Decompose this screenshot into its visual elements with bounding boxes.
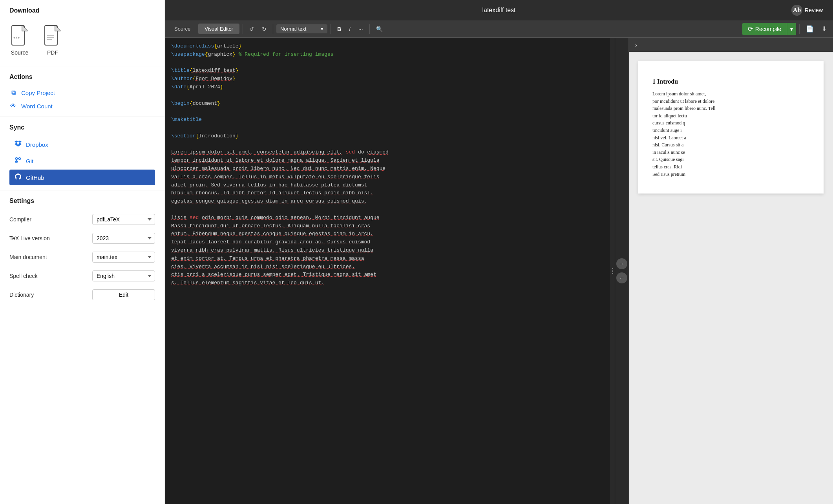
spell-check-select[interactable]: English French German Spanish: [92, 270, 155, 281]
actions-title: Actions: [9, 73, 155, 80]
github-sync[interactable]: GitHub: [9, 170, 155, 185]
github-label: GitHub: [26, 174, 44, 181]
bold-icon: B: [337, 26, 341, 32]
main-doc-select[interactable]: main.tex: [92, 252, 155, 263]
git-label: Git: [26, 158, 33, 164]
pdf-content[interactable]: 1 Introdu Lorem ipsum dolor sit amet, po…: [629, 52, 833, 504]
pdf-label: PDF: [47, 49, 58, 56]
more-button[interactable]: ···: [355, 24, 366, 34]
sep1: [243, 24, 243, 34]
search-button[interactable]: 🔍: [373, 24, 386, 34]
compiler-select[interactable]: pdfLaTeX LaTeX XeLaTeX LuaLaTeX: [92, 214, 155, 225]
compiler-row: Compiler pdfLaTeX LaTeX XeLaTeX LuaLaTeX: [9, 210, 155, 229]
pdf-toolbar: ›: [629, 38, 833, 52]
svg-point-6: [16, 158, 18, 160]
sep3: [331, 24, 331, 34]
visual-editor-tab[interactable]: Visual Editor: [198, 24, 239, 34]
settings-section: Settings Compiler pdfLaTeX LaTeX XeLaTeX…: [0, 190, 164, 308]
texlive-label: TeX Live version: [9, 235, 50, 241]
style-label: Normal text: [280, 26, 306, 32]
source-tab-label: Source: [174, 26, 190, 32]
undo-icon: ↺: [249, 26, 254, 32]
download-items: </> Source PDF: [9, 20, 155, 62]
dropbox-sync[interactable]: Dropbox: [9, 137, 155, 152]
git-sync[interactable]: Git: [9, 153, 155, 169]
redo-button[interactable]: ↻: [259, 24, 270, 34]
panel-collapse[interactable]: [610, 38, 615, 504]
recompile-dropdown-arrow[interactable]: ▾: [787, 23, 796, 35]
main-doc-label: Main document: [9, 254, 47, 260]
pdf-icon: [42, 24, 63, 47]
pdf-body-text: Lorem ipsum dolor sit amet, por incididu…: [652, 90, 809, 178]
copy-project-label: Copy Project: [21, 89, 55, 96]
sep4: [369, 24, 370, 34]
review-icon: Ab: [791, 5, 802, 16]
panel-nav: → ←: [615, 38, 629, 504]
dictionary-row: Dictionary Edit: [9, 285, 155, 304]
copy-icon: ⧉: [9, 89, 17, 96]
top-bar: latexdiff test Ab Review: [165, 0, 833, 20]
settings-title: Settings: [9, 197, 155, 205]
more-icon: ···: [358, 26, 363, 32]
download-pdf-icon: ⬇: [822, 26, 827, 32]
bold-button[interactable]: B: [334, 24, 344, 34]
sep2: [273, 24, 273, 34]
top-bar-right: Ab Review: [787, 2, 827, 18]
word-count-label: Word Count: [21, 103, 53, 110]
pdf-section-number: 1: [652, 78, 656, 85]
texlive-select[interactable]: 2023 2022 2021: [92, 233, 155, 244]
italic-button[interactable]: I: [346, 24, 354, 34]
redo-icon: ↻: [262, 26, 267, 32]
recompile-label: Recompile: [755, 26, 781, 32]
sync-title: Sync: [9, 124, 155, 131]
sep5: [799, 24, 800, 34]
pdf-download[interactable]: PDF: [42, 24, 63, 56]
editor-toolbar: Source Visual Editor ↺ ↻ Normal text ▾ B…: [165, 20, 833, 38]
recompile-chevron-icon: ▾: [790, 26, 793, 32]
copy-project-action[interactable]: ⧉ Copy Project: [9, 86, 155, 99]
sidebar: Download </> Source: [0, 0, 165, 504]
recompile-button[interactable]: ⟳ Recompile ▾: [742, 23, 796, 35]
visual-editor-tab-label: Visual Editor: [205, 26, 233, 32]
pdf-collapse-button[interactable]: ›: [633, 40, 639, 49]
review-button[interactable]: Ab Review: [787, 2, 827, 18]
recompile-sync-icon: ⟳: [748, 25, 753, 33]
style-dropdown[interactable]: Normal text ▾: [276, 24, 327, 33]
search-icon: 🔍: [376, 26, 383, 32]
actions-section: Actions ⧉ Copy Project 👁 Word Count: [0, 66, 164, 117]
style-chevron-icon: ▾: [321, 26, 323, 32]
editor-container: \documentclass{article} \usepackage{grap…: [165, 38, 833, 504]
svg-text:</>: </>: [13, 36, 20, 40]
word-count-action[interactable]: 👁 Word Count: [9, 99, 155, 113]
main-area: latexdiff test Ab Review Source Visual E…: [165, 0, 833, 504]
source-download[interactable]: </> Source: [9, 24, 30, 56]
dictionary-label: Dictionary: [9, 292, 34, 298]
pdf-panel: › 1 Introdu Lorem ipsum dolor sit amet, …: [629, 38, 833, 504]
eye-icon: 👁: [9, 102, 17, 110]
main-doc-row: Main document main.tex: [9, 248, 155, 267]
nav-left-arrow[interactable]: ←: [616, 272, 627, 283]
download-pdf-button[interactable]: ⬇: [818, 24, 830, 34]
code-panel[interactable]: \documentclass{article} \usepackage{grap…: [165, 38, 610, 504]
project-title: latexdiff test: [482, 7, 515, 14]
compiler-label: Compiler: [9, 216, 31, 223]
review-label: Review: [805, 7, 823, 13]
git-icon: [14, 157, 22, 165]
pdf-page: 1 Introdu Lorem ipsum dolor sit amet, po…: [638, 61, 824, 194]
recompile-main: ⟳ Recompile: [742, 25, 787, 33]
dropbox-label: Dropbox: [26, 141, 48, 148]
pdf-section-title: 1 Introdu: [652, 77, 809, 86]
source-icon: </>: [9, 24, 30, 47]
spell-check-label: Spell check: [9, 273, 38, 279]
download-section: Download </> Source: [0, 0, 164, 66]
code-content: \documentclass{article} \usepackage{grap…: [165, 38, 610, 292]
dictionary-edit-button[interactable]: Edit: [92, 289, 155, 300]
svg-point-7: [19, 158, 21, 160]
file-view-button[interactable]: 📄: [803, 24, 817, 34]
italic-icon: I: [349, 26, 351, 32]
undo-button[interactable]: ↺: [246, 24, 257, 34]
nav-right-arrow[interactable]: →: [616, 258, 627, 269]
github-icon: [14, 173, 22, 181]
source-tab[interactable]: Source: [168, 24, 197, 34]
spell-check-row: Spell check English French German Spanis…: [9, 267, 155, 285]
